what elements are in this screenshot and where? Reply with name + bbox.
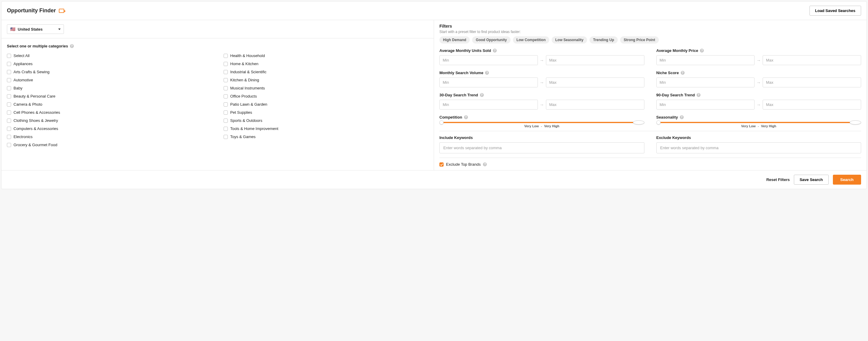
slider-thumb-right[interactable] [633,120,644,125]
avg-price-max[interactable] [763,55,861,65]
category-row[interactable]: Health & Household [224,53,428,59]
category-row[interactable]: Sports & Outdoors [224,117,428,124]
country-select[interactable]: 🇺🇸 United States [7,24,64,34]
category-checkbox[interactable] [224,127,228,131]
category-row[interactable]: Grocery & Gourmet Food [7,142,212,148]
category-checkbox[interactable] [224,54,228,58]
category-row[interactable]: Arts Crafts & Sewing [7,69,212,75]
category-row[interactable]: Tools & Home Improvement [224,125,428,132]
category-row[interactable]: Baby [7,85,212,91]
category-row[interactable]: Select All [7,53,212,59]
category-row[interactable]: Electronics [7,133,212,140]
category-checkbox[interactable] [224,70,228,74]
category-label: Cell Phones & Accessories [13,110,60,115]
category-checkbox[interactable] [224,94,228,98]
category-row[interactable]: Toys & Games [224,133,428,140]
preset-chip[interactable]: Low Seasonality [552,36,587,43]
save-search-button[interactable]: Save Search [794,175,828,185]
category-checkbox[interactable] [7,143,11,147]
preset-chip[interactable]: Trending Up [589,36,618,43]
help-icon[interactable]: ? [70,44,74,48]
help-icon[interactable]: ? [480,93,484,97]
trend90-max[interactable] [763,100,861,110]
preset-chip[interactable]: Good Opportunity [472,36,510,43]
units-sold-max[interactable] [546,55,644,65]
help-icon[interactable]: ? [700,49,704,53]
help-icon[interactable]: ? [464,115,468,119]
slider-thumb-left[interactable] [656,120,661,125]
search-volume-max[interactable] [546,78,644,87]
category-checkbox[interactable] [7,119,11,123]
category-checkbox[interactable] [7,54,11,58]
help-icon[interactable]: ? [485,71,489,75]
slider-thumb-left[interactable] [439,120,444,125]
help-icon[interactable]: ? [483,162,487,166]
category-checkbox[interactable] [7,86,11,90]
category-checkbox[interactable] [7,78,11,82]
category-row[interactable]: Industrial & Scientific [224,69,428,75]
niche-max[interactable] [763,78,861,87]
category-label: Arts Crafts & Sewing [13,70,50,74]
category-checkbox[interactable] [224,62,228,66]
category-row[interactable]: Automotive [7,77,212,83]
category-row[interactable]: Cell Phones & Accessories [7,109,212,116]
help-icon[interactable]: ? [681,71,685,75]
exclude-brands-label: Exclude Top Brands [446,162,480,166]
niche-score-field: Niche Score? → [656,70,861,87]
category-row[interactable]: Home & Kitchen [224,61,428,67]
preset-chip[interactable]: Strong Price Point [620,36,659,43]
category-label: Electronics [13,134,33,139]
help-icon[interactable]: ? [696,93,701,97]
load-saved-searches-button[interactable]: Load Saved Searches [809,6,861,16]
category-row[interactable]: Musical Instruments [224,85,428,91]
category-row[interactable]: Appliances [7,61,212,67]
slider-thumb-right[interactable] [850,120,861,125]
trend30-max[interactable] [546,100,644,110]
category-row[interactable]: Beauty & Personal Care [7,93,212,99]
footer: Reset Filters Save Search Search [1,170,867,189]
category-checkbox[interactable] [7,94,11,98]
seasonality-slider[interactable] [658,122,859,123]
category-checkbox[interactable] [224,135,228,139]
category-checkbox[interactable] [7,111,11,115]
category-checkbox[interactable] [224,86,228,90]
category-checkbox[interactable] [224,119,228,123]
include-keywords-input[interactable] [439,142,644,153]
preset-chip[interactable]: High Demand [439,36,470,43]
search-button[interactable]: Search [833,175,861,185]
exclude-keywords-input[interactable] [656,142,861,153]
title-row: Opportunity Finder [7,7,64,14]
avg-price-min[interactable] [656,55,755,65]
category-checkbox[interactable] [224,78,228,82]
help-icon[interactable]: ? [493,49,497,53]
category-row[interactable]: Computers & Accessories [7,125,212,132]
category-row[interactable]: Clothing Shoes & Jewelry [7,117,212,124]
competition-slider[interactable] [441,122,642,123]
category-checkbox[interactable] [7,70,11,74]
help-icon[interactable]: ? [680,115,684,119]
trend90-min[interactable] [656,100,755,110]
category-row[interactable]: Patio Lawn & Garden [224,101,428,107]
category-checkbox[interactable] [7,102,11,106]
category-checkbox[interactable] [7,127,11,131]
preset-chip[interactable]: Low Competition [513,36,549,43]
category-checkbox[interactable] [224,111,228,115]
reset-filters-button[interactable]: Reset Filters [766,177,790,182]
units-sold-min[interactable] [439,55,538,65]
arrow-right-icon: → [539,58,545,63]
search-volume-min[interactable] [439,78,538,87]
video-icon[interactable] [59,9,64,13]
exclude-keywords-field: Exclude Keywords [656,135,861,153]
category-label: Musical Instruments [230,86,265,90]
category-row[interactable]: Kitchen & Dining [224,77,428,83]
category-checkbox[interactable] [7,135,11,139]
category-checkbox[interactable] [224,102,228,106]
category-checkbox[interactable] [7,62,11,66]
trend30-min[interactable] [439,100,538,110]
exclude-brands-checkbox[interactable] [439,162,444,166]
flag-icon: 🇺🇸 [10,27,15,32]
category-row[interactable]: Pet Supplies [224,109,428,116]
niche-min[interactable] [656,78,755,87]
category-row[interactable]: Office Products [224,93,428,99]
category-row[interactable]: Camera & Photo [7,101,212,107]
